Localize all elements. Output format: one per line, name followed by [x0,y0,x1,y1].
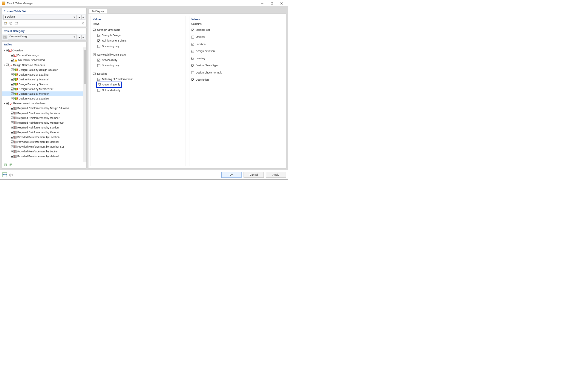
tree-row[interactable]: ▾Design Ratios on Members [2,62,83,67]
tree-checkbox[interactable] [11,92,13,95]
tree-checkbox[interactable] [11,59,13,62]
tree-row[interactable]: Design Ratios by Section [2,82,83,87]
tree-scrollbar[interactable] [83,47,86,162]
rows-group[interactable]: Strength Limit State [93,27,183,33]
rows-group[interactable]: Serviceability Limit State [93,52,183,57]
tree-checkbox[interactable] [11,117,13,119]
checkbox[interactable] [97,39,100,42]
tree-checkbox[interactable] [11,150,13,153]
tree-row[interactable]: Required Reinforcement by Location [2,111,83,115]
tree-row[interactable]: Required Reinforcement by Section [2,125,83,130]
tree-checkbox[interactable] [11,97,13,100]
checkbox[interactable] [93,29,96,31]
tableset-prev-button[interactable]: ◄ [77,15,81,19]
checkbox[interactable] [191,64,194,67]
category-next-button[interactable]: ► [81,35,85,39]
rows-item[interactable]: Serviceability [93,57,183,63]
checkbox[interactable] [191,78,194,81]
rows-item[interactable]: Detailing of Reinforcement [93,76,183,82]
checkbox[interactable] [97,34,100,37]
cols-item[interactable]: Member Set [191,27,282,33]
checkbox[interactable] [93,73,96,75]
result-category-dropdown[interactable]: Concrete Design [8,35,77,40]
rows-item[interactable]: Not fulfilled only [93,88,183,93]
tableset-next-button[interactable]: ► [81,15,85,19]
tab-to-display[interactable]: To Display [89,9,107,13]
tree-checkbox[interactable] [11,140,13,143]
tree-checkbox[interactable] [11,83,13,85]
maximize-button[interactable] [267,0,277,6]
tree-row[interactable]: Provided Reinforcement by Material [2,154,83,159]
tree-checkbox[interactable] [11,126,13,129]
cols-item[interactable]: Location [191,42,282,47]
checkbox[interactable] [191,36,194,38]
tree-checkbox[interactable] [6,64,9,66]
tree-checkbox[interactable] [11,88,13,90]
expander-icon[interactable]: ▾ [3,49,6,52]
tree-row[interactable]: Design Ratios by Member Set [2,87,83,91]
tree-checkbox[interactable] [11,112,13,114]
checkbox[interactable] [97,59,100,61]
minimize-button[interactable] [258,0,267,6]
rows-item[interactable]: Governing only [93,44,183,49]
tree-row[interactable]: Design Ratios by Location [2,96,83,101]
rows-item[interactable]: Governing only [93,82,183,87]
checkbox[interactable] [97,64,100,67]
uncheck-all-icon[interactable] [9,163,13,167]
cancel-button[interactable]: Cancel [244,172,264,178]
tree-row[interactable]: ▾Reinforcement on Members [2,101,83,106]
tree-row[interactable]: Design Ratios by Material [2,77,83,82]
rename-tableset-icon[interactable] [14,21,19,26]
tree-row[interactable]: Design Ratios by Member [2,91,83,96]
ok-button[interactable]: OK [221,172,241,178]
checkbox[interactable] [93,53,96,56]
cols-item[interactable]: Description [191,77,282,82]
tree-row[interactable]: Required Reinforcement by Design Situati… [2,106,83,111]
tree-checkbox[interactable] [11,121,13,124]
tree-row[interactable]: Design Ratios by Design Situation [2,67,83,72]
copy-tableset-icon[interactable] [9,21,13,26]
delete-tableset-icon[interactable]: ✕ [80,21,85,26]
tree-checkbox[interactable] [11,146,13,148]
cols-item[interactable]: Loading [191,56,282,61]
cols-item[interactable]: Design Check Type [191,63,282,68]
apply-button[interactable]: Apply [266,172,286,178]
expander-icon[interactable]: ▾ [3,64,6,66]
cols-item[interactable]: Design Check Formula [191,70,282,75]
clipboard-icon[interactable] [9,172,13,177]
tree-row[interactable]: Provided Reinforcement by Member Set [2,144,83,149]
checkbox[interactable] [191,43,194,45]
check-all-icon[interactable] [3,163,8,167]
checkbox[interactable] [97,89,100,91]
rows-item[interactable]: Strength Design [93,33,183,38]
tree-row[interactable]: Required Reinforcement by Material [2,130,83,135]
new-tableset-icon[interactable] [3,21,8,26]
rows-group[interactable]: Detailing [93,71,183,76]
tree-checkbox[interactable] [11,78,13,81]
tree-checkbox[interactable] [6,49,9,52]
decimals-icon[interactable]: 0,00 [2,172,7,177]
tree-checkbox[interactable] [11,73,13,76]
checkbox[interactable] [191,57,194,60]
tree-row[interactable]: ▾Overview [2,48,83,53]
checkbox[interactable] [97,78,100,81]
tree-row[interactable]: Errors & Warnings [2,53,83,58]
tree-row[interactable]: Provided Reinforcement by Member [2,140,83,144]
tree-checkbox[interactable] [11,136,13,138]
category-prev-button[interactable]: ◄ [77,35,81,39]
tree-checkbox[interactable] [11,107,13,110]
tree-checkbox[interactable] [6,102,9,105]
scrollbar-thumb[interactable] [84,50,86,84]
tree-row[interactable]: Required Reinforcement by Member [2,115,83,120]
checkbox[interactable] [98,83,101,86]
checkbox[interactable] [191,29,194,31]
tree-row[interactable]: Design Ratios by Loading [2,72,83,77]
tables-tree[interactable]: ▾OverviewErrors & WarningsNot Valid / De… [2,47,83,162]
tree-row[interactable]: Not Valid / Deactivated [2,58,83,62]
cols-item[interactable]: Design Situation [191,48,282,54]
close-button[interactable] [277,0,286,6]
tree-row[interactable]: Provided Reinforcement by Location [2,135,83,140]
tree-checkbox[interactable] [11,54,13,57]
checkbox[interactable] [191,71,194,74]
tree-checkbox[interactable] [11,68,13,71]
